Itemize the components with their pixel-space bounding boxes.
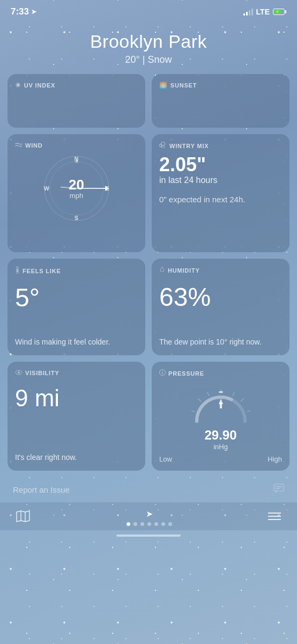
- pressure-widget: PRESSURE: [152, 362, 289, 471]
- info-icon: [159, 369, 166, 377]
- condition: Snow: [147, 54, 172, 65]
- pressure-unit: inHg: [213, 443, 228, 451]
- wind-unit: mph: [69, 192, 84, 200]
- svg-line-33: [207, 392, 209, 396]
- nav-dot-3[interactable]: [147, 522, 151, 526]
- svg-line-6: [91, 162, 92, 164]
- svg-rect-35: [219, 391, 223, 393]
- wind-icon: [15, 142, 23, 149]
- report-section[interactable]: Report an Issue: [0, 477, 297, 502]
- pressure-label: PRESSURE: [159, 369, 282, 377]
- sunset-widget: 🌅 SUNSET: [152, 74, 289, 128]
- svg-rect-38: [274, 484, 284, 491]
- svg-line-34: [232, 392, 234, 396]
- signal-bar-4: [251, 9, 253, 16]
- pressure-low: Low: [159, 455, 172, 463]
- uv-index-widget: ☀ UV INDEX: [8, 74, 145, 128]
- svg-line-8: [101, 203, 102, 204]
- nav-dot-4[interactable]: [154, 522, 158, 526]
- visibility-description: It's clear right now.: [15, 452, 138, 463]
- nav-dot-5[interactable]: [161, 522, 165, 526]
- signal-bar-1: [243, 13, 245, 16]
- wintry-label: WINTRY MIX: [159, 142, 282, 150]
- wind-widget: WIND: [8, 134, 145, 252]
- signal-bar-3: [249, 10, 250, 16]
- nav-dots: [127, 522, 172, 526]
- wind-label: WIND: [15, 142, 138, 149]
- humidity-label: HUMIDITY: [159, 266, 282, 275]
- svg-line-31: [191, 410, 195, 412]
- svg-line-13: [61, 162, 62, 164]
- bottom-nav: ➤: [0, 502, 297, 530]
- humidity-value: 63%: [159, 283, 282, 312]
- wind-direction-arrow: [77, 188, 106, 189]
- lte-label: LTE: [256, 8, 270, 16]
- sunset-icon: 🌅: [159, 82, 168, 89]
- gauge-svg: [191, 384, 250, 427]
- status-right: LTE ⚡: [243, 8, 286, 16]
- map-icon[interactable]: [16, 510, 30, 524]
- time-display: 7:33: [11, 6, 29, 17]
- compass-container: N S E W 20 mph: [42, 153, 112, 223]
- weather-header: Brooklyn Park 20° | Snow: [0, 20, 297, 74]
- humidity-icon: [159, 266, 165, 275]
- list-icon[interactable]: [268, 511, 281, 523]
- report-text[interactable]: Report an Issue: [13, 485, 70, 494]
- pressure-high: High: [268, 455, 282, 463]
- uv-label: ☀ UV INDEX: [15, 82, 138, 89]
- svg-line-12: [50, 173, 51, 174]
- home-bar: [116, 535, 181, 537]
- visibility-widget: VISIBILITY 9 mi It's clear right now.: [8, 362, 145, 471]
- svg-point-24: [18, 371, 20, 374]
- svg-rect-37: [220, 403, 222, 408]
- pressure-gauge: 29.90 inHg: [159, 384, 282, 451]
- location-nav-icon[interactable]: ➤: [146, 509, 153, 519]
- svg-line-10: [61, 213, 62, 215]
- status-bar: 7:33 ➤ LTE ⚡: [0, 0, 297, 20]
- compass-south: S: [75, 215, 78, 221]
- precip-period: in last 24 hours: [159, 175, 282, 185]
- location-arrow-icon: ➤: [31, 8, 36, 16]
- sun-icon: ☀: [15, 82, 21, 89]
- nav-dot-0[interactable]: [127, 522, 130, 526]
- city-name: Brooklyn Park: [0, 31, 297, 52]
- svg-line-30: [240, 399, 243, 402]
- precip-amount: 2.05": [159, 154, 282, 175]
- compass-north: N: [75, 156, 79, 162]
- pressure-lowhigh: Low High: [159, 455, 282, 463]
- svg-point-27: [162, 371, 162, 371]
- nav-dot-1[interactable]: [133, 522, 137, 526]
- nav-dot-2[interactable]: [140, 522, 144, 526]
- feels-label: FEELS LIKE: [15, 266, 138, 275]
- signal-bars: [243, 9, 253, 16]
- report-icon: [273, 484, 284, 495]
- svg-marker-41: [17, 511, 29, 522]
- temperature: 20°: [125, 54, 140, 65]
- separator: |: [143, 54, 145, 65]
- svg-rect-40: [276, 488, 280, 489]
- feels-temp: 5°: [15, 284, 138, 312]
- eye-icon: [15, 369, 23, 377]
- sunset-label: 🌅 SUNSET: [159, 82, 282, 89]
- compass-west: W: [44, 185, 49, 192]
- visibility-value: 9 mi: [15, 385, 138, 411]
- svg-line-32: [247, 410, 250, 412]
- humidity-widget: HUMIDITY 63% The dew point is 10° right …: [152, 259, 289, 355]
- svg-rect-39: [276, 486, 282, 487]
- thermometer-icon: [15, 266, 20, 275]
- svg-point-15: [161, 142, 165, 146]
- svg-line-29: [198, 399, 201, 402]
- svg-line-9: [91, 213, 92, 215]
- svg-line-11: [50, 203, 51, 204]
- svg-line-7: [101, 173, 102, 174]
- precip-expected: 0" expected in next 24h.: [159, 194, 282, 205]
- wintry-icon: [159, 142, 167, 150]
- battery-icon: ⚡: [273, 9, 286, 15]
- wintry-mix-widget: WINTRY MIX 2.05" in last 24 hours 0" exp…: [152, 134, 289, 252]
- home-indicator: [0, 530, 297, 540]
- visibility-label: VISIBILITY: [15, 369, 138, 377]
- nav-dot-6[interactable]: [168, 522, 172, 526]
- signal-bar-2: [246, 12, 248, 16]
- wind-speed-value: 20: [69, 178, 84, 192]
- widget-grid: ☀ UV INDEX 🌅 SUNSET WIND: [0, 74, 297, 471]
